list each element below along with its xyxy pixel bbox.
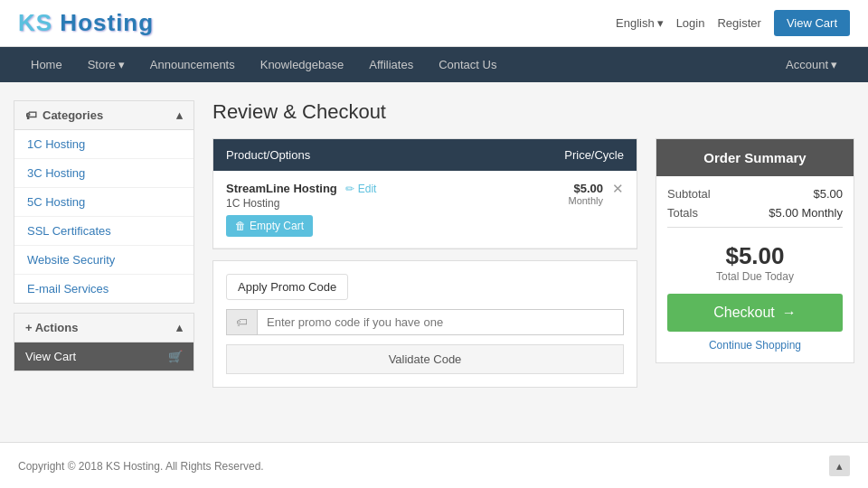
footer: Copyright © 2018 KS Hosting. All Rights … xyxy=(0,442,868,488)
sidebar-item-ssl[interactable]: SSL Certificates xyxy=(14,217,193,246)
summary-subtotal-row: Subtotal $5.00 xyxy=(667,187,843,201)
continue-shopping-link[interactable]: Continue Shopping xyxy=(667,339,843,352)
nav-left: Home Store ▾ Announcements Knowledgebase… xyxy=(18,47,509,82)
cart-table: Product/Options Price/Cycle StreamLine H… xyxy=(212,138,637,249)
content-and-summary: Product/Options Price/Cycle StreamLine H… xyxy=(212,138,854,388)
tag-icon: 🏷 xyxy=(25,108,37,122)
scroll-top-button[interactable]: ▴ xyxy=(829,455,850,476)
totals-label: Totals xyxy=(667,206,698,220)
cart-item-product: StreamLine Hosting ✏ Edit 1C Hosting 🗑 E… xyxy=(226,182,495,237)
sidebar-categories-section: 🏷 Categories ▴ 1C Hosting 3C Hosting 5C … xyxy=(14,100,194,304)
price-cycle: Monthly xyxy=(495,195,603,206)
top-right: English ▾ Login Register View Cart xyxy=(616,10,850,36)
sidebar-item-3c-hosting[interactable]: 3C Hosting xyxy=(14,159,193,188)
price-amount: $5.00 xyxy=(495,182,603,195)
total-due: $5.00 Total Due Today xyxy=(667,235,843,286)
sidebar-view-cart-button[interactable]: View Cart 🛒 xyxy=(14,343,193,371)
sidebar-item-5c-hosting[interactable]: 5C Hosting xyxy=(14,188,193,217)
top-header: KS Hosting English ▾ Login Register View… xyxy=(0,0,868,47)
nav-knowledgebase[interactable]: Knowledgebase xyxy=(248,47,357,82)
login-link[interactable]: Login xyxy=(676,16,705,30)
promo-section: Apply Promo Code 🏷 Validate Code xyxy=(212,260,637,388)
arrow-right-icon: → xyxy=(782,305,797,321)
nav-announcements[interactable]: Announcements xyxy=(137,47,248,82)
apply-promo-button[interactable]: Apply Promo Code xyxy=(226,274,348,300)
nav-account[interactable]: Account ▾ xyxy=(773,47,850,82)
chevron-up-icon: ▴ xyxy=(176,108,183,122)
language-selector[interactable]: English ▾ xyxy=(616,16,664,30)
register-link[interactable]: Register xyxy=(717,16,760,30)
col-product-header: Product/Options xyxy=(226,148,515,162)
sidebar-actions-header: + Actions ▴ xyxy=(14,314,193,343)
nav-right: Account ▾ xyxy=(773,47,850,82)
order-summary: Order Summary Subtotal $5.00 Totals $5.0… xyxy=(656,138,854,363)
remove-item-button[interactable]: ✕ xyxy=(612,182,624,195)
sidebar: 🏷 Categories ▴ 1C Hosting 3C Hosting 5C … xyxy=(14,100,194,388)
tag-icon: 🏷 xyxy=(226,309,257,335)
summary-totals-row: Totals $5.00 Monthly xyxy=(667,206,843,220)
product-name: StreamLine Hosting xyxy=(226,182,337,195)
footer-copyright: Copyright © 2018 KS Hosting. All Rights … xyxy=(18,460,264,473)
logo: KS Hosting xyxy=(18,9,154,37)
main-area: Product/Options Price/Cycle StreamLine H… xyxy=(212,138,637,388)
product-sub: 1C Hosting xyxy=(226,197,495,210)
logo-hosting: Hosting xyxy=(52,9,154,36)
col-price-header: Price/Cycle xyxy=(515,148,624,162)
promo-code-input[interactable] xyxy=(257,309,624,335)
empty-cart-button[interactable]: 🗑 Empty Cart xyxy=(226,215,313,237)
totals-value: $5.00 Monthly xyxy=(769,206,843,220)
nav-contact[interactable]: Contact Us xyxy=(426,47,509,82)
page-content: 🏷 Categories ▴ 1C Hosting 3C Hosting 5C … xyxy=(0,82,868,406)
total-label: Total Due Today xyxy=(667,270,843,283)
main-wrapper: Review & Checkout Product/Options Price/… xyxy=(212,100,854,388)
trash-icon: 🗑 xyxy=(235,220,246,232)
chevron-up-icon: ▴ xyxy=(176,321,183,334)
summary-body: Subtotal $5.00 Totals $5.00 Monthly $5.0… xyxy=(656,176,854,362)
nav-affiliates[interactable]: Affiliates xyxy=(356,47,426,82)
summary-divider xyxy=(667,227,843,228)
sidebar-categories-header: 🏷 Categories ▴ xyxy=(14,101,193,130)
edit-link[interactable]: ✏ Edit xyxy=(345,183,376,195)
nav-store[interactable]: Store ▾ xyxy=(75,47,137,82)
sidebar-item-1c-hosting[interactable]: 1C Hosting xyxy=(14,130,193,159)
chevron-down-icon: ▾ xyxy=(657,16,664,30)
chevron-down-icon: ▾ xyxy=(831,58,837,71)
cart-item-price: $5.00 Monthly xyxy=(495,182,603,206)
sidebar-item-email[interactable]: E-mail Services xyxy=(14,275,193,303)
view-cart-button[interactable]: View Cart xyxy=(774,10,850,36)
summary-box: Order Summary Subtotal $5.00 Totals $5.0… xyxy=(656,138,854,363)
main-nav: Home Store ▾ Announcements Knowledgebase… xyxy=(0,47,868,82)
total-amount: $5.00 xyxy=(667,242,843,270)
table-row: StreamLine Hosting ✏ Edit 1C Hosting 🗑 E… xyxy=(213,171,637,249)
nav-home[interactable]: Home xyxy=(18,47,75,82)
subtotal-label: Subtotal xyxy=(667,187,711,201)
checkout-button[interactable]: Checkout → xyxy=(667,294,843,332)
chevron-down-icon: ▾ xyxy=(118,58,125,71)
cart-table-header: Product/Options Price/Cycle xyxy=(213,139,637,171)
validate-code-button[interactable]: Validate Code xyxy=(226,344,624,374)
promo-input-row: 🏷 xyxy=(226,309,624,335)
sidebar-actions-section: + Actions ▴ View Cart 🛒 xyxy=(14,313,194,371)
plus-icon: + xyxy=(25,321,33,334)
sidebar-item-website-security[interactable]: Website Security xyxy=(14,246,193,275)
cart-icon: 🛒 xyxy=(168,350,183,363)
summary-header: Order Summary xyxy=(656,139,854,176)
subtotal-value: $5.00 xyxy=(813,187,843,201)
logo-ks: KS xyxy=(18,9,52,36)
page-title: Review & Checkout xyxy=(212,100,854,124)
